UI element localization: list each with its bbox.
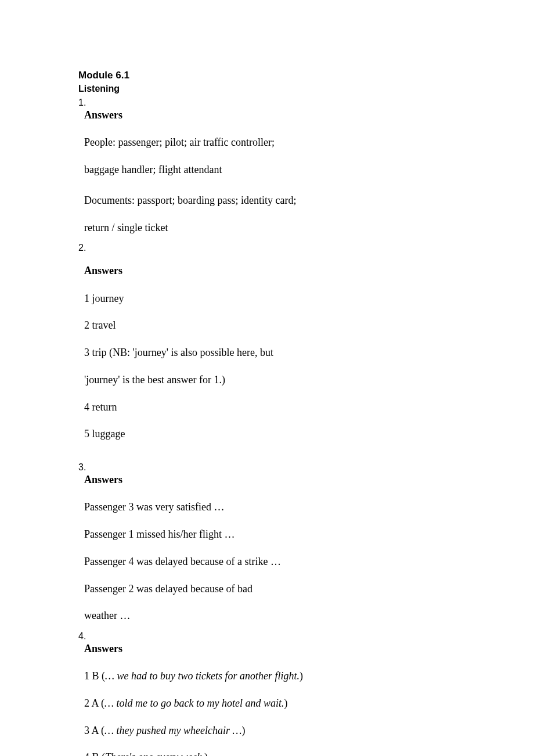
answers-line: 5 luggage (84, 428, 125, 440)
section-label: Listening (78, 84, 534, 94)
answers-line: 1 B (… we had to buy two tickets for ano… (84, 669, 534, 683)
answers-line: 1 journey (84, 293, 124, 304)
answers-line: 4 return (84, 401, 117, 413)
answers-line: return / single ticket (84, 222, 168, 233)
answers-body: People: passenger; pilot; air traffic co… (84, 123, 534, 235)
answers-block-4: Answers 1 B (… we had to buy two tickets… (84, 643, 534, 756)
answers-line: Passenger 2 was delayed because of bad (84, 583, 252, 595)
module-title: Module 6.1 (78, 70, 534, 81)
answers-heading: Answers (84, 265, 534, 277)
answers-body: Passenger 3 was very satisfied … Passeng… (84, 487, 534, 623)
answers-line: 4 B (There's one every week.) (84, 751, 534, 756)
question-number-4: 4. (78, 631, 534, 642)
answers-body: 1 B (… we had to buy two tickets for ano… (84, 656, 534, 756)
question-number-2: 2. (78, 243, 534, 253)
answers-heading: Answers (84, 109, 534, 121)
answers-block-1: Answers People: passenger; pilot; air tr… (84, 109, 534, 235)
question-number-1: 1. (78, 98, 534, 108)
answers-line: weather … (84, 610, 130, 621)
answers-heading: Answers (84, 643, 534, 655)
answers-line: baggage handler; flight attendant (84, 164, 222, 175)
answers-line: 2 travel (84, 319, 116, 331)
answers-line: 'journey' is the best answer for 1.) (84, 374, 225, 386)
answers-heading: Answers (84, 474, 534, 486)
answers-line: Passenger 1 missed his/her flight … (84, 528, 234, 540)
answers-line: Documents: passport; boarding pass; iden… (84, 195, 296, 206)
answers-line: 3 A (… they pushed my wheelchair …) (84, 724, 534, 737)
answers-line: Passenger 3 was very satisfied … (84, 501, 224, 513)
answers-block-2: Answers 1 journey 2 travel 3 trip (NB: '… (84, 265, 534, 441)
answers-line: 3 trip (NB: 'journey' is also possible h… (84, 347, 273, 358)
answers-line: People: passenger; pilot; air traffic co… (84, 136, 275, 148)
answers-block-3: Answers Passenger 3 was very satisfied …… (84, 474, 534, 623)
answers-body: 1 journey 2 travel 3 trip (NB: 'journey'… (84, 278, 534, 441)
question-number-3: 3. (78, 462, 534, 473)
answers-line: Passenger 4 was delayed because of a str… (84, 556, 281, 567)
answers-line: 2 A (… told me to go back to my hotel an… (84, 697, 534, 710)
